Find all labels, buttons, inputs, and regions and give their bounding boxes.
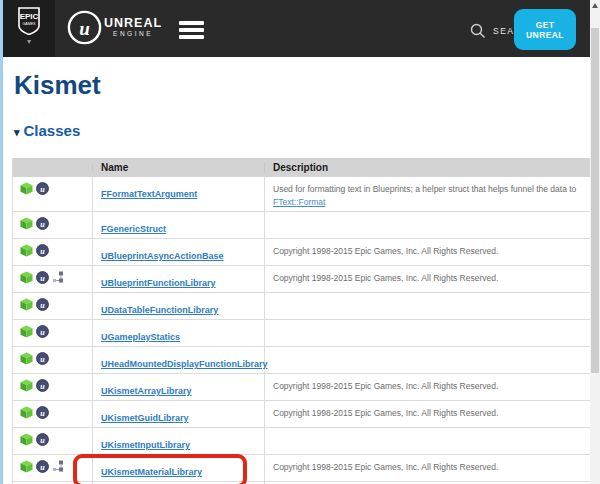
- row-icons: u: [13, 239, 93, 265]
- cube-icon: [20, 325, 33, 338]
- vertical-scrollbar[interactable]: [590, 0, 600, 484]
- row-description: Copyright 1998-2015 Epic Games, Inc. All…: [265, 455, 591, 481]
- row-icons: u: [13, 212, 93, 238]
- class-link[interactable]: UGameplayStatics: [101, 332, 180, 342]
- hamburger-menu-icon[interactable]: [179, 21, 204, 42]
- cube-icon: [20, 352, 33, 365]
- engine-wordmark: ENGINE: [113, 30, 153, 38]
- class-link[interactable]: UBlueprintFunctionLibrary: [101, 278, 216, 288]
- class-link[interactable]: UKismetMaterialLibrary: [101, 467, 202, 477]
- row-description: Used for formatting text in Blueprints; …: [265, 177, 591, 211]
- scroll-up-arrow-icon[interactable]: [592, 3, 598, 8]
- class-link[interactable]: UKismetInputLibrary: [101, 440, 190, 450]
- cube-icon: [20, 182, 33, 195]
- unreal-u-icon: u: [36, 298, 49, 311]
- browser-page: EPIC GAMES ▾ u UNREAL ENGINE SEARCH: [0, 0, 600, 484]
- row-icons: u: [13, 177, 93, 211]
- chevron-down-icon: ▾: [14, 126, 20, 138]
- svg-text:u: u: [40, 409, 45, 418]
- row-description: [265, 320, 591, 346]
- row-description: [265, 293, 591, 319]
- svg-text:u: u: [40, 382, 45, 391]
- description-link[interactable]: FText::Format: [273, 197, 325, 207]
- search-icon: [470, 23, 486, 39]
- unreal-u-icon: u: [36, 406, 49, 419]
- svg-text:u: u: [40, 185, 45, 194]
- table-header-row: Name Description: [13, 158, 591, 177]
- cube-icon: [20, 298, 33, 311]
- svg-text:EPIC: EPIC: [20, 12, 39, 21]
- unreal-wordmark: UNREAL: [104, 17, 162, 30]
- hierarchy-icon: [52, 460, 64, 472]
- unreal-u-icon: u: [36, 271, 49, 284]
- table-row: u UBlueprintFunctionLibrary Copyright 19…: [13, 266, 591, 293]
- row-description: [265, 347, 591, 373]
- svg-text:u: u: [40, 274, 45, 283]
- column-header-name: Name: [93, 162, 265, 173]
- class-link[interactable]: UHeadMountedDisplayFunctionLibrary: [101, 359, 268, 369]
- column-header-description: Description: [265, 161, 591, 174]
- epic-games-menu[interactable]: EPIC GAMES ▾: [3, 0, 55, 57]
- row-icons: u: [13, 266, 93, 292]
- table-body: u FFormatTextArgument Used for formattin…: [13, 177, 591, 484]
- row-description: Copyright 1998-2015 Epic Games, Inc. All…: [265, 266, 591, 292]
- class-link[interactable]: FFormatTextArgument: [101, 189, 197, 199]
- row-icons: u: [13, 347, 93, 373]
- scrollbar-thumb[interactable]: [591, 28, 599, 373]
- classes-table: Name Description u FFormatTextArgument U…: [12, 158, 591, 484]
- svg-text:u: u: [40, 436, 45, 445]
- page-title: Kismet: [14, 72, 101, 98]
- table-row: u UBlueprintAsyncActionBase Copyright 19…: [13, 239, 591, 266]
- class-link[interactable]: UKismetGuidLibrary: [101, 413, 189, 423]
- row-icons: u: [13, 428, 93, 454]
- cube-icon: [20, 406, 33, 419]
- chevron-down-icon: ▾: [27, 38, 31, 46]
- hierarchy-icon: [52, 271, 64, 283]
- classes-section-label: Classes: [24, 122, 81, 139]
- unreal-u-icon: u: [36, 379, 49, 392]
- row-icons: u: [13, 374, 93, 400]
- svg-text:u: u: [40, 247, 45, 256]
- window-edge: [0, 0, 3, 484]
- svg-text:u: u: [79, 18, 90, 39]
- unreal-u-icon: u: [36, 182, 49, 195]
- get-unreal-button[interactable]: GET UNREAL: [514, 9, 576, 50]
- unreal-engine-logo[interactable]: u UNREAL ENGINE: [67, 10, 162, 45]
- svg-text:u: u: [40, 220, 45, 229]
- class-link[interactable]: FGenericStruct: [101, 224, 166, 234]
- unreal-u-icon: u: [36, 217, 49, 230]
- row-icons: u: [13, 401, 93, 427]
- unreal-u-icon: u: [36, 352, 49, 365]
- row-icons: u: [13, 293, 93, 319]
- cube-icon: [20, 460, 33, 473]
- row-description: Copyright 1998-2015 Epic Games, Inc. All…: [265, 401, 591, 427]
- class-link[interactable]: UKismetArrayLibrary: [101, 386, 192, 396]
- table-row: u UKismetInputLibrary: [13, 428, 591, 455]
- class-link[interactable]: UBlueprintAsyncActionBase: [101, 251, 224, 261]
- unreal-u-icon: u: [36, 325, 49, 338]
- table-row: u FGenericStruct: [13, 212, 591, 239]
- table-row: u UGameplayStatics: [13, 320, 591, 347]
- row-icons: u: [13, 455, 93, 481]
- table-row: u UHeadMountedDisplayFunctionLibrary: [13, 347, 591, 374]
- cube-icon: [20, 271, 33, 284]
- svg-text:GAMES: GAMES: [23, 22, 37, 26]
- cube-icon: [20, 433, 33, 446]
- cube-icon: [20, 379, 33, 392]
- unreal-u-icon: u: [36, 433, 49, 446]
- row-description: [265, 428, 591, 454]
- row-icons: u: [13, 320, 93, 346]
- classes-section-toggle[interactable]: ▾Classes: [14, 122, 80, 139]
- class-link[interactable]: UDataTableFunctionLibrary: [101, 305, 218, 315]
- svg-text:u: u: [40, 463, 45, 472]
- column-header-icons: [13, 164, 93, 171]
- site-header: EPIC GAMES ▾ u UNREAL ENGINE SEARCH: [3, 0, 590, 57]
- epic-games-logo-icon: EPIC GAMES: [17, 7, 41, 35]
- table-row: u FFormatTextArgument Used for formattin…: [13, 177, 591, 212]
- svg-text:u: u: [40, 328, 45, 337]
- unreal-u-circle-icon: u: [67, 10, 102, 45]
- row-description: [265, 212, 591, 238]
- table-row: u UDataTableFunctionLibrary: [13, 293, 591, 320]
- cube-icon: [20, 217, 33, 230]
- table-row: u UKismetMaterialLibrary Copyright 1998-…: [13, 455, 591, 482]
